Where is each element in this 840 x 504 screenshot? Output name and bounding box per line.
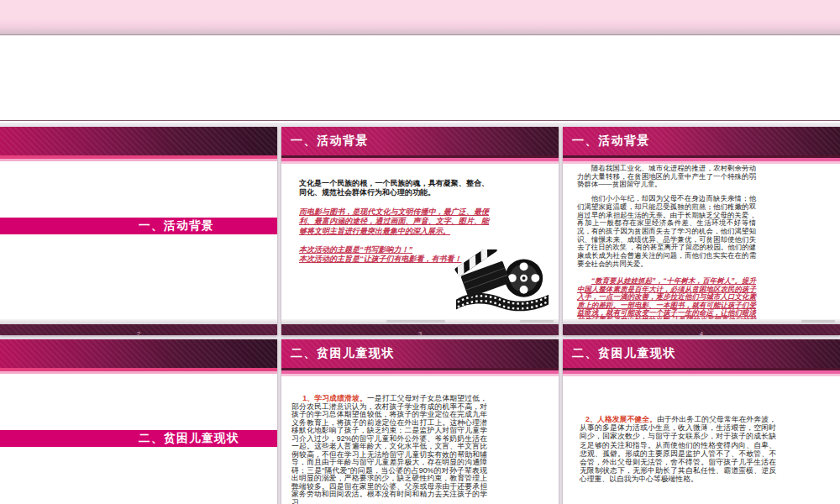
slide-title-band: 一、活动背景 (563, 127, 840, 155)
slide-page-3[interactable]: 一、活动背景 文化是一个民族的根，一个民族的魂，具有凝聚、整合、同化、规范社会群… (281, 127, 559, 335)
page-number: 3 (418, 330, 422, 335)
slide-footer: 3 (281, 319, 559, 335)
slide-title-band: 二、贫困儿童现状 (281, 339, 559, 368)
divider-strip (281, 161, 559, 164)
slide-body: 2、人格发展不健全。由于外出务工的父母常年在外奔波，从事的多是体力活或小生意，收… (580, 415, 776, 484)
slide-footer: 2 (0, 319, 277, 335)
highlight-paragraph: 而电影与图书，是现代文化与文明传播中，最广泛、最便利、最富内涵的途径，通过画面、… (299, 207, 489, 236)
list-item-lead: 2、人格发展不健全。 (585, 415, 657, 423)
top-banner (0, 0, 840, 35)
header-white-band (0, 35, 840, 121)
theme-line: 本次活动的主旨是“让孩子们有电影看，有书看！ (299, 255, 462, 263)
slide-title: 二、贫困儿童现状 (281, 346, 395, 361)
section-title: 二、贫困儿童现状 (139, 430, 239, 447)
divider-strip (563, 374, 840, 376)
slide-body: 随着我国工业化、城市化进程的推进，农村剩余劳动力的大量转移，在贫困地区的儿童中产… (577, 165, 756, 333)
watermark (386, 320, 445, 323)
slide-section-2-page-1[interactable]: 二、贫困儿童现状 1、学习成绩滑坡。一是打工父母对子女总体期望过低，部分农民工潜… (281, 339, 559, 504)
slide-page-4[interactable]: 一、活动背景 随着我国工业化、城市化进程的推进，农村剩余劳动力的大量转移，在贫困… (563, 127, 840, 335)
slide-title: 一、活动背景 (563, 134, 650, 149)
section-title-band: 二、贫困儿童现状 (0, 430, 277, 447)
page-number: 4 (700, 330, 703, 335)
slide-title: 二、贫困儿童现状 (563, 346, 676, 361)
slide-grid: 一、活动背景 2 一、活动背景 文化是一个民族的根，一个民族的魂，具有凝聚、整合… (0, 123, 840, 504)
slide-footer: 4 (563, 319, 840, 335)
divider-strip (281, 374, 559, 376)
section-title: 一、活动背景 (139, 218, 214, 234)
film-clapperboard-reel-image (453, 249, 552, 317)
list-item-lead: 1、学习成绩滑坡。 (302, 394, 367, 402)
paragraph: 2、人格发展不健全。由于外出务工的父母常年在外奔波，从事的多是体力活或小生意，收… (580, 415, 776, 484)
slide-section-2-page-2[interactable]: 二、贫困儿童现状 2、人格发展不健全。由于外出务工的父母常年在外奔波，从事的多是… (563, 339, 840, 504)
watermark (801, 320, 835, 323)
paragraph: 文化是一个民族的根，一个民族的魂，具有凝聚、整合、同化、规范社会群体行为和心理的… (299, 179, 489, 198)
slide-page-2[interactable]: 一、活动背景 2 (0, 127, 277, 335)
divider-top-band (0, 339, 277, 368)
page-number: 2 (137, 330, 140, 335)
slide-title-band: 一、活动背景 (281, 127, 559, 155)
paragraph: 他们小小年纪，却因为父母不在身边而缺失亲情；他们渴望家庭温暖，却只能忍受孤独的煎… (577, 195, 756, 268)
slide-title: 一、活动背景 (281, 134, 369, 149)
presentation-preview: 一、活动背景 2 一、活动背景 文化是一个民族的根，一个民族的魂，具有凝聚、整合… (0, 0, 840, 504)
divider-strip (0, 371, 277, 374)
divider-top-band (0, 127, 277, 155)
paragraph: 1、学习成绩滑坡。一是打工父母对子女总体期望过低，部分农民工潜意识认为，农村孩子… (291, 395, 487, 504)
slide-body: 1、学习成绩滑坡。一是打工父母对子女总体期望过低，部分农民工潜意识认为，农村孩子… (291, 395, 487, 504)
section-title-band: 一、活动背景 (0, 218, 277, 234)
watermark (520, 320, 554, 323)
divider-strip (0, 159, 277, 161)
slide-title-band: 二、贫困儿童现状 (563, 339, 840, 368)
paragraph: 随着我国工业化、城市化进程的推进，农村剩余劳动力的大量转移，在贫困地区的儿童中产… (577, 165, 756, 189)
slide-section-2-divider[interactable]: 二、贫困儿童现状 (0, 339, 277, 504)
